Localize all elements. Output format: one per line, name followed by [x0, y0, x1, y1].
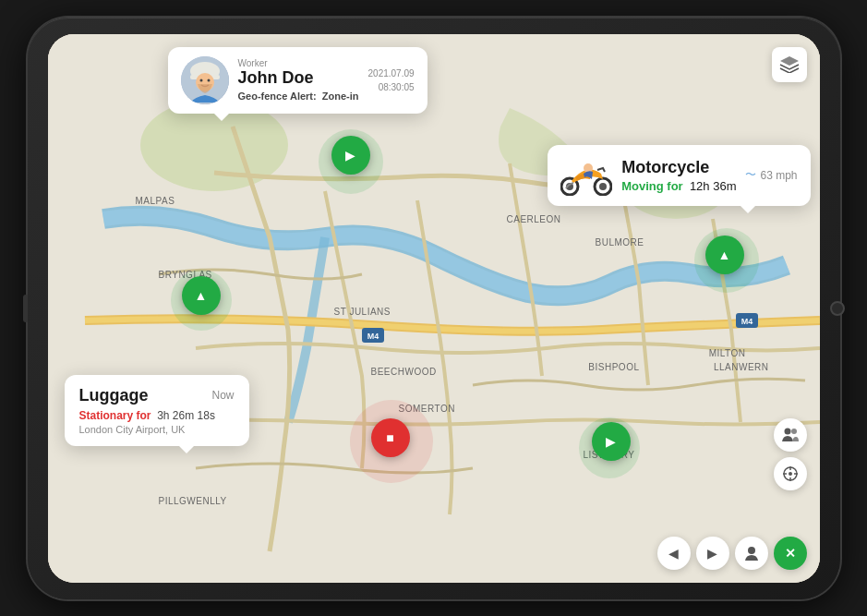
marker-moto-arrow-icon [705, 236, 744, 274]
motorcycle-title: Motorcycle [621, 158, 736, 177]
marker-arrow-right[interactable] [705, 236, 744, 274]
people-icon [781, 427, 800, 443]
alert-value: Zone-in [322, 91, 359, 102]
back-button[interactable]: ◀ [657, 537, 691, 570]
speed-icon: 〜 [745, 167, 756, 183]
motorcycle-speed: 〜 63 mph [745, 167, 797, 183]
luggage-popup[interactable]: Luggage Now Stationary for 3h 26m 18s Lo… [65, 375, 249, 446]
svg-point-16 [599, 183, 607, 190]
moto-moving-label: Moving for [621, 179, 682, 193]
user-button[interactable] [735, 537, 768, 570]
tablet-screen: M4 M4 MALPAS BRYNGLAS Caerleon BULMORE S… [48, 34, 820, 583]
luggage-stop-icon [371, 418, 410, 457]
speed-value: 63 mph [760, 169, 797, 182]
worker-name: John Doe [238, 69, 359, 88]
svg-text:M4: M4 [741, 317, 753, 326]
svg-point-26 [748, 547, 755, 554]
svg-point-12 [207, 79, 210, 81]
svg-text:M4: M4 [367, 332, 379, 341]
worker-time: 08:30:05 [368, 80, 415, 94]
worker-date: 2021.07.09 [368, 66, 415, 80]
luggage-title: Luggage [79, 386, 149, 405]
back-icon: ◀ [668, 546, 679, 561]
worker-arrow-icon [331, 136, 370, 175]
forward-button[interactable]: ▶ [696, 537, 729, 570]
motorcycle-icon-wrap [560, 154, 612, 197]
worker-role-label: Worker [238, 58, 359, 68]
marker-arrow-left[interactable] [182, 276, 221, 315]
stationary-label: Stationary for [79, 409, 151, 422]
stationary-duration: 3h 26m 18s [157, 409, 215, 422]
close-icon: ✕ [785, 546, 796, 561]
svg-point-19 [791, 429, 797, 434]
marker-arrow-lower[interactable] [592, 422, 631, 461]
worker-popup[interactable]: Worker John Doe Geo-fence Alert: Zone-in… [168, 47, 427, 114]
moto-duration: 12h 36m [690, 179, 737, 193]
luggage-header: Luggage Now [79, 386, 235, 405]
motorcycle-info: Motorcycle Moving for 12h 36m [621, 158, 736, 193]
luggage-marker[interactable] [371, 418, 410, 457]
location-icon [782, 465, 799, 482]
worker-avatar [181, 56, 229, 104]
marker-arrow-up-icon [182, 276, 221, 315]
alert-label: Geo-fence Alert: [238, 91, 317, 102]
people-nearby-button[interactable] [774, 418, 807, 452]
forward-icon: ▶ [707, 546, 717, 561]
marker-lower-arrow-icon [592, 422, 631, 461]
luggage-location: London City Airport, UK [79, 424, 235, 435]
svg-point-11 [199, 79, 202, 81]
layer-toggle-button[interactable] [772, 47, 807, 82]
motorcycle-popup[interactable]: Motorcycle Moving for 12h 36m 〜 63 mph [548, 145, 810, 206]
luggage-time: Now [211, 389, 234, 402]
worker-info: Worker John Doe Geo-fence Alert: Zone-in [238, 58, 359, 102]
tablet-device: M4 M4 MALPAS BRYNGLAS Caerleon BULMORE S… [28, 18, 840, 599]
svg-point-18 [784, 428, 790, 434]
location-button[interactable] [774, 457, 807, 490]
worker-datetime: 2021.07.09 08:30:05 [368, 66, 415, 94]
motorcycle-status: Moving for 12h 36m [621, 179, 736, 193]
layers-icon [779, 56, 800, 73]
close-button[interactable]: ✕ [774, 537, 807, 570]
luggage-status: Stationary for 3h 26m 18s [79, 409, 235, 422]
worker-marker[interactable] [331, 136, 370, 175]
map-background: M4 M4 [48, 34, 820, 583]
svg-point-21 [789, 472, 792, 476]
worker-alert: Geo-fence Alert: Zone-in [238, 91, 359, 102]
user-icon [743, 545, 760, 562]
